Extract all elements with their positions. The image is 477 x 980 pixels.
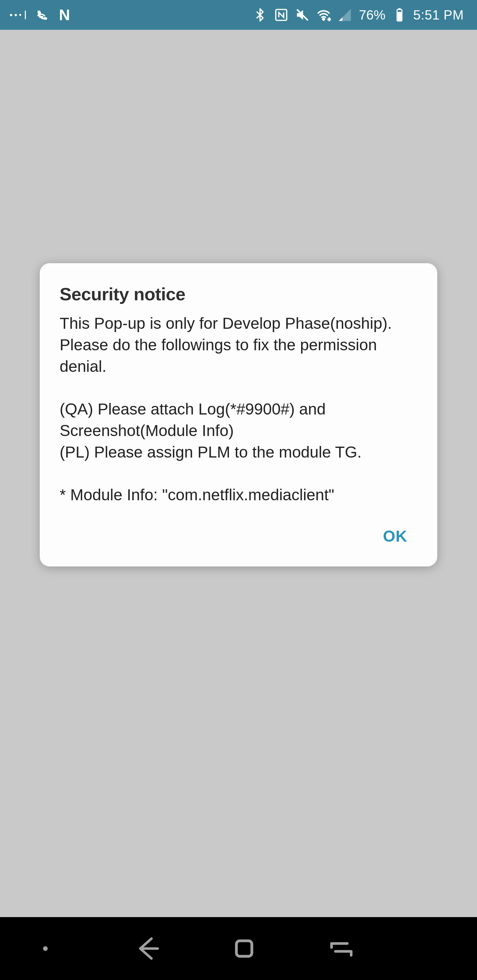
wifi-calling-icon (35, 8, 50, 22)
mute-icon (295, 8, 310, 22)
clock-label: 5:51 PM (413, 8, 464, 22)
bluetooth-icon (253, 8, 267, 22)
home-button[interactable] (224, 935, 264, 962)
ok-button[interactable]: OK (373, 519, 417, 553)
status-bar-left: N (10, 6, 72, 24)
security-notice-dialog: Security notice This Pop-up is only for … (40, 263, 437, 566)
dialog-title: Security notice (60, 284, 417, 304)
dialog-actions: OK (60, 519, 417, 553)
cellular-signal-icon (338, 8, 352, 22)
svg-rect-5 (398, 8, 400, 10)
battery-icon (392, 8, 407, 22)
svg-rect-6 (397, 12, 401, 21)
svg-rect-7 (236, 941, 252, 956)
back-button[interactable] (128, 934, 168, 963)
navigation-bar (0, 917, 477, 980)
svg-text:+: + (328, 17, 331, 22)
dialog-body-text: This Pop-up is only for Develop Phase(no… (60, 313, 417, 506)
status-bar: N + (0, 0, 477, 30)
nfc-icon (274, 8, 289, 22)
nav-pill-indicator (43, 946, 48, 951)
wifi-icon: + (316, 8, 331, 22)
more-notifications-icon (10, 11, 26, 19)
status-bar-right: + 76% 5:51 PM (253, 8, 464, 22)
battery-percent-label: 76% (359, 8, 385, 22)
recent-apps-button[interactable] (321, 933, 361, 964)
netflix-notification-icon: N (59, 6, 72, 24)
svg-point-2 (323, 18, 325, 20)
